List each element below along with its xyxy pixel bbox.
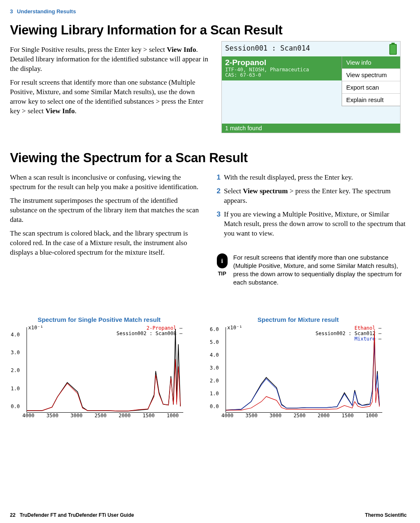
chapter-breadcrumb: 3 Understanding Results (10, 8, 407, 15)
section2-left-p2: The instrument superimposes the spectrum… (10, 196, 200, 225)
spectrum-left-axes (27, 327, 183, 413)
spectrum-right-axes (226, 327, 382, 413)
chapter-number: 3 (10, 8, 13, 15)
substance-meta2: CAS: 67-63-0 (225, 73, 345, 78)
xtick: 2000 (318, 413, 330, 418)
tip-icon: i (217, 253, 228, 268)
spectrum-left-title: Spectrum for Single Positive Match resul… (10, 316, 188, 323)
ytick: 3.0 (210, 365, 219, 371)
menu-item-export-scan[interactable]: Export scan (342, 81, 400, 93)
tip-label: TIP (218, 270, 226, 277)
tip-box: i TIP For result screens that identify m… (217, 253, 407, 287)
step-1: 1 With the result displayed, press the E… (217, 173, 407, 182)
xtick: 3000 (70, 413, 83, 418)
menu-item-view-info[interactable]: View info (342, 56, 400, 68)
steps-list: 1 With the result displayed, press the E… (217, 173, 407, 238)
xtick: 1000 (366, 413, 378, 418)
substance-name: 2-Propanol (225, 58, 345, 67)
device-menu: View info View spectrum Export scan Expl… (342, 56, 400, 106)
xtick: 3500 (46, 413, 58, 418)
battery-icon (389, 44, 397, 55)
menu-item-explain[interactable]: Explain result (342, 93, 400, 106)
section1-title: Viewing Library Information for a Scan R… (10, 23, 407, 38)
guide-title: TruDefender FT and TruDefender FTi User … (19, 512, 134, 518)
ytick: 3.0 (11, 350, 20, 355)
xtick: 2500 (95, 413, 107, 418)
ytick: 0.0 (210, 404, 219, 409)
section2-left-p1: When a scan result is inconclusive or co… (10, 173, 200, 192)
section2-title: Viewing the Spectrum for a Scan Result (10, 151, 407, 165)
ytick: 4.0 (210, 352, 219, 358)
ytick: 5.0 (210, 339, 219, 345)
spectrum-right: Spectrum for Mixture result x10⁻¹ Ethano… (209, 316, 387, 413)
xtick: 1500 (143, 413, 155, 418)
page-number: 22 (10, 512, 15, 518)
brand: Thermo Scientific (365, 512, 407, 518)
step-3-number: 3 (217, 210, 221, 238)
device-screenshot: Session001 : Scan014 2-Propanol ITF-40, … (221, 41, 401, 133)
ytick: 6.0 (210, 326, 219, 332)
section2-left-p3: The scan spectrum is colored black, and … (10, 229, 200, 258)
page-footer: 22 TruDefender FT and TruDefender FTi Us… (10, 512, 407, 518)
device-title: Session001 : Scan014 (225, 44, 310, 52)
xtick: 1500 (342, 413, 354, 418)
ytick: 2.0 (11, 367, 20, 373)
ytick: 2.0 (210, 378, 219, 384)
menu-item-view-spectrum[interactable]: View spectrum (342, 68, 400, 81)
spectrum-right-title: Spectrum for Mixture result (209, 316, 387, 323)
device-footer: 1 match found (222, 124, 400, 133)
step-2-number: 2 (217, 187, 221, 206)
xtick: 2000 (119, 413, 131, 418)
result-banner: 2-Propanol ITF-40, NIOSH, Pharmaceutica … (222, 56, 348, 80)
chapter-title: Understanding Results (17, 8, 76, 15)
step-1-number: 1 (217, 173, 221, 182)
xtick: 2500 (294, 413, 306, 418)
ytick: 1.0 (210, 391, 219, 397)
tip-text: For result screens that identify more th… (233, 253, 407, 287)
ytick: 1.0 (11, 386, 20, 392)
section1-p2: For result screens that identify more th… (10, 78, 209, 116)
ytick: 4.0 (11, 332, 20, 338)
xtick: 3000 (269, 413, 282, 418)
spectrum-left: Spectrum for Single Positive Match resul… (10, 316, 188, 413)
xtick: 3500 (245, 413, 257, 418)
ytick: 0.0 (11, 404, 20, 409)
xtick: 4000 (221, 413, 233, 418)
step-3: 3 If you are viewing a Multiple Positive… (217, 210, 407, 238)
step-2: 2 Select View spectrum > press the Enter… (217, 187, 407, 206)
section1-p1: For Single Positive results, press the E… (10, 45, 209, 74)
xtick: 4000 (22, 413, 34, 418)
xtick: 1000 (167, 413, 179, 418)
